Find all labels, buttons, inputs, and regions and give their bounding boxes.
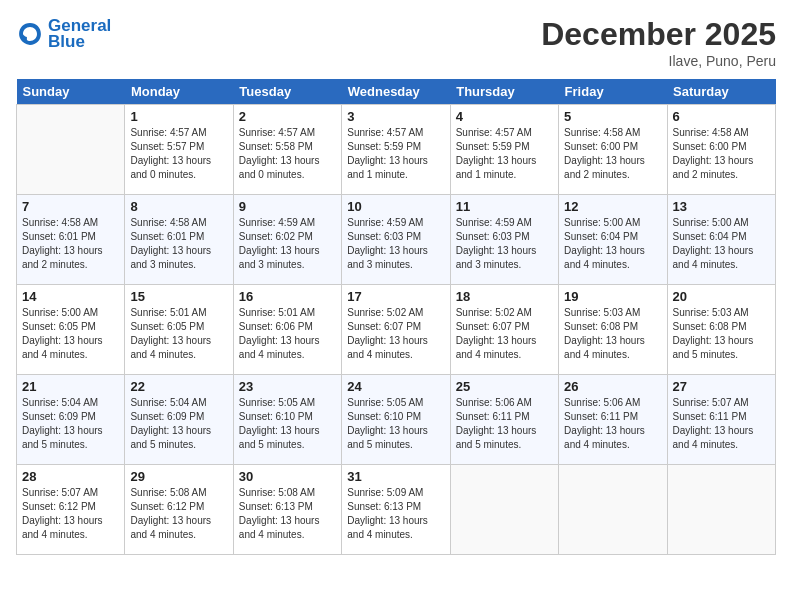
day-info: Sunrise: 5:06 AMSunset: 6:11 PMDaylight:… xyxy=(564,396,661,452)
calendar-cell: 17Sunrise: 5:02 AMSunset: 6:07 PMDayligh… xyxy=(342,285,450,375)
calendar-cell: 30Sunrise: 5:08 AMSunset: 6:13 PMDayligh… xyxy=(233,465,341,555)
day-info: Sunrise: 5:07 AMSunset: 6:11 PMDaylight:… xyxy=(673,396,770,452)
week-row-4: 21Sunrise: 5:04 AMSunset: 6:09 PMDayligh… xyxy=(17,375,776,465)
calendar-cell: 1Sunrise: 4:57 AMSunset: 5:57 PMDaylight… xyxy=(125,105,233,195)
calendar-cell: 26Sunrise: 5:06 AMSunset: 6:11 PMDayligh… xyxy=(559,375,667,465)
calendar-cell: 27Sunrise: 5:07 AMSunset: 6:11 PMDayligh… xyxy=(667,375,775,465)
calendar-cell: 28Sunrise: 5:07 AMSunset: 6:12 PMDayligh… xyxy=(17,465,125,555)
calendar-cell xyxy=(450,465,558,555)
calendar-cell xyxy=(667,465,775,555)
day-number: 15 xyxy=(130,289,227,304)
calendar-cell: 7Sunrise: 4:58 AMSunset: 6:01 PMDaylight… xyxy=(17,195,125,285)
day-info: Sunrise: 4:57 AMSunset: 5:59 PMDaylight:… xyxy=(456,126,553,182)
day-info: Sunrise: 4:59 AMSunset: 6:02 PMDaylight:… xyxy=(239,216,336,272)
day-number: 18 xyxy=(456,289,553,304)
day-number: 21 xyxy=(22,379,119,394)
day-number: 9 xyxy=(239,199,336,214)
day-info: Sunrise: 5:04 AMSunset: 6:09 PMDaylight:… xyxy=(130,396,227,452)
day-info: Sunrise: 4:57 AMSunset: 5:59 PMDaylight:… xyxy=(347,126,444,182)
day-info: Sunrise: 5:01 AMSunset: 6:06 PMDaylight:… xyxy=(239,306,336,362)
day-number: 20 xyxy=(673,289,770,304)
day-number: 29 xyxy=(130,469,227,484)
day-number: 8 xyxy=(130,199,227,214)
location: Ilave, Puno, Peru xyxy=(541,53,776,69)
day-info: Sunrise: 5:07 AMSunset: 6:12 PMDaylight:… xyxy=(22,486,119,542)
calendar-cell: 21Sunrise: 5:04 AMSunset: 6:09 PMDayligh… xyxy=(17,375,125,465)
calendar-cell: 10Sunrise: 4:59 AMSunset: 6:03 PMDayligh… xyxy=(342,195,450,285)
calendar-cell: 19Sunrise: 5:03 AMSunset: 6:08 PMDayligh… xyxy=(559,285,667,375)
day-number: 23 xyxy=(239,379,336,394)
day-info: Sunrise: 4:59 AMSunset: 6:03 PMDaylight:… xyxy=(347,216,444,272)
day-info: Sunrise: 5:09 AMSunset: 6:13 PMDaylight:… xyxy=(347,486,444,542)
day-number: 5 xyxy=(564,109,661,124)
weekday-header-saturday: Saturday xyxy=(667,79,775,105)
weekday-header-tuesday: Tuesday xyxy=(233,79,341,105)
logo-text: General Blue xyxy=(48,16,111,52)
day-info: Sunrise: 4:58 AMSunset: 6:00 PMDaylight:… xyxy=(673,126,770,182)
logo: General Blue xyxy=(16,16,111,52)
day-info: Sunrise: 5:00 AMSunset: 6:04 PMDaylight:… xyxy=(564,216,661,272)
day-number: 1 xyxy=(130,109,227,124)
weekday-header-row: SundayMondayTuesdayWednesdayThursdayFrid… xyxy=(17,79,776,105)
calendar-cell: 6Sunrise: 4:58 AMSunset: 6:00 PMDaylight… xyxy=(667,105,775,195)
day-number: 14 xyxy=(22,289,119,304)
calendar-cell: 11Sunrise: 4:59 AMSunset: 6:03 PMDayligh… xyxy=(450,195,558,285)
calendar-cell: 5Sunrise: 4:58 AMSunset: 6:00 PMDaylight… xyxy=(559,105,667,195)
day-number: 27 xyxy=(673,379,770,394)
day-info: Sunrise: 4:57 AMSunset: 5:58 PMDaylight:… xyxy=(239,126,336,182)
day-number: 22 xyxy=(130,379,227,394)
month-title: December 2025 xyxy=(541,16,776,53)
day-info: Sunrise: 4:58 AMSunset: 6:00 PMDaylight:… xyxy=(564,126,661,182)
calendar-cell: 8Sunrise: 4:58 AMSunset: 6:01 PMDaylight… xyxy=(125,195,233,285)
calendar-cell: 14Sunrise: 5:00 AMSunset: 6:05 PMDayligh… xyxy=(17,285,125,375)
day-info: Sunrise: 5:05 AMSunset: 6:10 PMDaylight:… xyxy=(239,396,336,452)
day-number: 28 xyxy=(22,469,119,484)
calendar-cell: 13Sunrise: 5:00 AMSunset: 6:04 PMDayligh… xyxy=(667,195,775,285)
day-info: Sunrise: 4:58 AMSunset: 6:01 PMDaylight:… xyxy=(130,216,227,272)
day-number: 3 xyxy=(347,109,444,124)
day-number: 31 xyxy=(347,469,444,484)
day-number: 13 xyxy=(673,199,770,214)
logo-icon xyxy=(16,20,44,48)
day-number: 10 xyxy=(347,199,444,214)
week-row-5: 28Sunrise: 5:07 AMSunset: 6:12 PMDayligh… xyxy=(17,465,776,555)
calendar-cell: 16Sunrise: 5:01 AMSunset: 6:06 PMDayligh… xyxy=(233,285,341,375)
calendar-cell: 31Sunrise: 5:09 AMSunset: 6:13 PMDayligh… xyxy=(342,465,450,555)
day-number: 7 xyxy=(22,199,119,214)
day-info: Sunrise: 5:06 AMSunset: 6:11 PMDaylight:… xyxy=(456,396,553,452)
day-number: 12 xyxy=(564,199,661,214)
page-header: General Blue December 2025 Ilave, Puno, … xyxy=(16,16,776,69)
day-info: Sunrise: 4:57 AMSunset: 5:57 PMDaylight:… xyxy=(130,126,227,182)
calendar-cell: 15Sunrise: 5:01 AMSunset: 6:05 PMDayligh… xyxy=(125,285,233,375)
calendar-cell xyxy=(17,105,125,195)
day-number: 30 xyxy=(239,469,336,484)
day-info: Sunrise: 5:04 AMSunset: 6:09 PMDaylight:… xyxy=(22,396,119,452)
calendar-cell: 23Sunrise: 5:05 AMSunset: 6:10 PMDayligh… xyxy=(233,375,341,465)
day-info: Sunrise: 4:58 AMSunset: 6:01 PMDaylight:… xyxy=(22,216,119,272)
calendar-cell: 25Sunrise: 5:06 AMSunset: 6:11 PMDayligh… xyxy=(450,375,558,465)
weekday-header-wednesday: Wednesday xyxy=(342,79,450,105)
day-number: 17 xyxy=(347,289,444,304)
calendar-table: SundayMondayTuesdayWednesdayThursdayFrid… xyxy=(16,79,776,555)
day-number: 2 xyxy=(239,109,336,124)
week-row-1: 1Sunrise: 4:57 AMSunset: 5:57 PMDaylight… xyxy=(17,105,776,195)
day-info: Sunrise: 5:02 AMSunset: 6:07 PMDaylight:… xyxy=(456,306,553,362)
week-row-2: 7Sunrise: 4:58 AMSunset: 6:01 PMDaylight… xyxy=(17,195,776,285)
day-info: Sunrise: 5:08 AMSunset: 6:12 PMDaylight:… xyxy=(130,486,227,542)
day-info: Sunrise: 5:03 AMSunset: 6:08 PMDaylight:… xyxy=(673,306,770,362)
day-info: Sunrise: 5:01 AMSunset: 6:05 PMDaylight:… xyxy=(130,306,227,362)
title-block: December 2025 Ilave, Puno, Peru xyxy=(541,16,776,69)
weekday-header-thursday: Thursday xyxy=(450,79,558,105)
calendar-cell: 18Sunrise: 5:02 AMSunset: 6:07 PMDayligh… xyxy=(450,285,558,375)
day-info: Sunrise: 5:00 AMSunset: 6:04 PMDaylight:… xyxy=(673,216,770,272)
calendar-cell: 22Sunrise: 5:04 AMSunset: 6:09 PMDayligh… xyxy=(125,375,233,465)
day-info: Sunrise: 5:05 AMSunset: 6:10 PMDaylight:… xyxy=(347,396,444,452)
day-number: 25 xyxy=(456,379,553,394)
day-number: 11 xyxy=(456,199,553,214)
day-info: Sunrise: 5:00 AMSunset: 6:05 PMDaylight:… xyxy=(22,306,119,362)
calendar-cell: 3Sunrise: 4:57 AMSunset: 5:59 PMDaylight… xyxy=(342,105,450,195)
day-number: 4 xyxy=(456,109,553,124)
day-info: Sunrise: 5:02 AMSunset: 6:07 PMDaylight:… xyxy=(347,306,444,362)
calendar-cell: 29Sunrise: 5:08 AMSunset: 6:12 PMDayligh… xyxy=(125,465,233,555)
weekday-header-friday: Friday xyxy=(559,79,667,105)
